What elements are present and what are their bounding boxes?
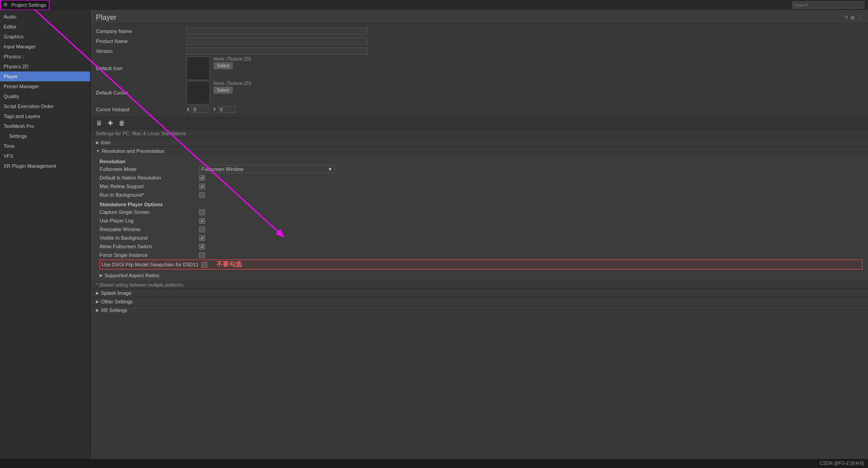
sidebar-item-graphics[interactable]: Graphics (0, 32, 90, 42)
sidebar-item-physics-2d[interactable]: Physics 2D (0, 61, 90, 71)
resizable-window-label: Resizable Window (100, 227, 199, 232)
fullscreen-mode-value: Fullscreen Window (201, 166, 243, 172)
sidebar-item-input-manager[interactable]: Input Manager (0, 42, 90, 52)
allow-fullscreen-label: Allow Fullscreen Switch (100, 244, 199, 249)
use-dxgi-row: Use DXGI Flip Model Swapchain for D3D11 … (100, 260, 863, 269)
company-name-label: Company Name (96, 28, 186, 34)
run-background-checkbox[interactable] (199, 192, 205, 198)
cursor-y-label: Y (213, 107, 216, 112)
cursor-hotspot-row: Cursor Hotspot X Y (96, 105, 863, 113)
default-icon-select-btn[interactable]: Select (214, 62, 233, 69)
settings-gear-icon[interactable]: ⚙ (850, 15, 855, 21)
sidebar: Audio Editor Graphics Input Manager Phys… (0, 10, 91, 468)
default-icon-label: Default Icon (96, 66, 186, 71)
allow-fullscreen-row: Allow Fullscreen Switch (100, 242, 863, 251)
capture-single-checkbox[interactable] (199, 209, 205, 215)
xr-collapse-arrow: ▶ (96, 308, 99, 312)
sidebar-item-audio[interactable]: Audio (0, 12, 90, 22)
resolution-section: ▼ Resolution and Presentation Resolution… (91, 147, 868, 282)
default-native-label: Default Is Native Resolution (100, 175, 199, 180)
sidebar-item-textmesh-pro[interactable]: TextMesh Pro (0, 121, 90, 131)
default-icon-row: Default Icon None (Texture 2D) Select (96, 57, 863, 80)
player-title: Player (96, 14, 116, 22)
fullscreen-mode-row: Fullscreen Mode Fullscreen Window ▼ (100, 165, 863, 173)
sidebar-item-vfx[interactable]: VFX (0, 151, 90, 161)
xr-settings-section: ▶ XR Settings (91, 306, 868, 314)
default-cursor-none: None (214, 81, 224, 86)
dropdown-arrow-icon: ▼ (328, 166, 333, 172)
product-name-label: Product Name (96, 38, 186, 44)
other-collapse-arrow: ▶ (96, 299, 99, 304)
allow-fullscreen-checkbox[interactable] (199, 244, 205, 250)
trash-icon[interactable]: 🗑 (119, 119, 125, 127)
cursor-y-input[interactable] (218, 106, 236, 113)
sidebar-item-player[interactable]: Player (0, 71, 90, 81)
cursor-x-input[interactable] (191, 106, 209, 113)
splash-image-label: Splash Image (101, 290, 131, 296)
resolution-collapse-arrow: ▼ (96, 149, 100, 153)
default-icon-texture: (Texture 2D) (226, 57, 251, 61)
player-log-row: Use Player Log (100, 217, 863, 225)
use-dxgi-label: Use DXGI Flip Model Swapchain for D3D11 (102, 262, 201, 267)
use-dxgi-checkbox[interactable] (201, 262, 207, 268)
resolution-section-header[interactable]: ▼ Resolution and Presentation (91, 147, 868, 155)
help-icon[interactable]: ? (845, 15, 848, 20)
overflow-icon[interactable]: ⋮ (858, 15, 863, 21)
sidebar-item-quality[interactable]: Quality (0, 91, 90, 101)
resizable-window-checkbox[interactable] (199, 227, 205, 232)
resolution-subtitle: Resolution (100, 159, 863, 164)
sidebar-item-settings[interactable]: Settings (0, 131, 90, 141)
run-background-row: Run In Background* (100, 191, 863, 199)
splash-collapse-arrow: ▶ (96, 291, 99, 295)
company-name-row: Company Name (96, 27, 863, 36)
mac-retina-checkbox[interactable] (199, 184, 205, 189)
title-bar-text: Project Settings (11, 2, 46, 8)
visible-background-label: Visible In Background (100, 235, 199, 241)
sidebar-item-script-execution[interactable]: Script Execution Order (0, 101, 90, 111)
xr-settings-header[interactable]: ▶ XR Settings (91, 306, 868, 314)
icon-section-header[interactable]: ▶ Icon (91, 138, 868, 147)
header-icons: ? ⚙ ⋮ (845, 15, 863, 21)
sidebar-item-tags-layers[interactable]: Tags and Layers (0, 111, 90, 121)
force-single-checkbox[interactable] (199, 252, 205, 258)
search-input[interactable] (792, 1, 864, 9)
company-name-input[interactable] (186, 28, 367, 35)
fullscreen-mode-dropdown[interactable]: Fullscreen Window ▼ (199, 165, 335, 173)
default-cursor-select-btn[interactable]: Select (214, 87, 233, 94)
visible-background-row: Visible In Background (100, 234, 863, 242)
sidebar-item-time[interactable]: Time (0, 141, 90, 151)
settings-for-label: Settings for PC, Mac & Linux Standalone (91, 129, 868, 138)
shared-note: * Shared setting between multiple platfo… (91, 282, 868, 288)
icon-section: ▶ Icon (91, 138, 868, 147)
xr-settings-label: XR Settings (101, 307, 127, 313)
sidebar-item-xr-plugin[interactable]: XR Plugin Management (0, 161, 90, 171)
plus-icon[interactable]: ✚ (108, 119, 113, 127)
mac-retina-label: Mac Retina Support (100, 184, 199, 189)
other-settings-header[interactable]: ▶ Other Settings (91, 298, 868, 306)
run-background-label: Run In Background* (100, 192, 199, 198)
splash-image-section: ▶ Splash Image (91, 288, 868, 297)
version-input[interactable] (186, 47, 367, 55)
default-native-checkbox[interactable] (199, 175, 205, 181)
title-bar: ⚙ Project Settings (0, 0, 49, 10)
settings-icon: ⚙ (3, 2, 10, 8)
platform-tabs: 🖥 ✚ 🗑 (91, 117, 868, 129)
aspect-ratios-row: ▶ Supported Aspect Ratios (100, 271, 863, 279)
sidebar-item-preset-manager[interactable]: Preset Manager (0, 81, 90, 91)
player-log-checkbox[interactable] (199, 218, 205, 224)
product-name-input[interactable] (186, 38, 367, 45)
default-cursor-texture: (Texture 2D) (226, 81, 251, 86)
bottom-bar: CSDN @FG-幻辰科技 (0, 459, 868, 468)
icon-collapse-arrow: ▶ (96, 140, 99, 145)
sidebar-item-physics[interactable]: Physics ↓ (0, 52, 90, 61)
main-container: Audio Editor Graphics Input Manager Phys… (0, 10, 868, 468)
splash-image-header[interactable]: ▶ Splash Image (91, 289, 868, 297)
top-bar (0, 0, 868, 10)
player-header: Player ? ⚙ ⋮ (91, 10, 868, 24)
aspect-ratios-label[interactable]: Supported Aspect Ratios (105, 273, 204, 278)
monitor-icon[interactable]: 🖥 (96, 119, 102, 127)
bottom-text: CSDN @FG-幻辰科技 (820, 460, 864, 467)
cursor-x-label: X (186, 107, 190, 112)
sidebar-item-editor[interactable]: Editor (0, 22, 90, 32)
visible-background-checkbox[interactable] (199, 235, 205, 241)
